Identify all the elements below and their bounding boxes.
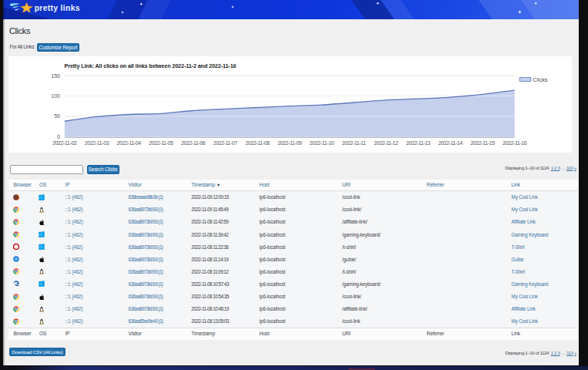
svg-text:2022-11-06: 2022-11-06 [181, 140, 206, 146]
svg-text:2022-11-13: 2022-11-13 [406, 140, 431, 146]
svg-text:2022-11-02: 2022-11-02 [52, 140, 77, 146]
svg-text:2022-11-10: 2022-11-10 [310, 140, 334, 146]
svg-text:2022-11-03: 2022-11-03 [85, 140, 109, 146]
svg-text:2022-11-04: 2022-11-04 [117, 140, 142, 146]
svg-text:2022-11-08: 2022-11-08 [245, 140, 270, 146]
svg-text:2022-11-09: 2022-11-09 [277, 140, 302, 146]
svg-text:50: 50 [54, 113, 60, 119]
svg-text:0: 0 [57, 134, 60, 140]
svg-text:2022-11-15: 2022-11-15 [470, 140, 495, 146]
svg-text:150: 150 [51, 73, 60, 79]
svg-text:2022-11-16: 2022-11-16 [502, 140, 527, 146]
svg-text:Clicks: Clicks [533, 76, 549, 83]
svg-text:2022-11-14: 2022-11-14 [438, 140, 463, 146]
svg-text:2022-11-07: 2022-11-07 [213, 140, 238, 146]
svg-text:2022-11-05: 2022-11-05 [149, 140, 173, 146]
svg-text:2022-11-11: 2022-11-11 [342, 140, 366, 146]
svg-text:2022-11-12: 2022-11-12 [374, 140, 398, 146]
svg-text:100: 100 [51, 93, 60, 99]
